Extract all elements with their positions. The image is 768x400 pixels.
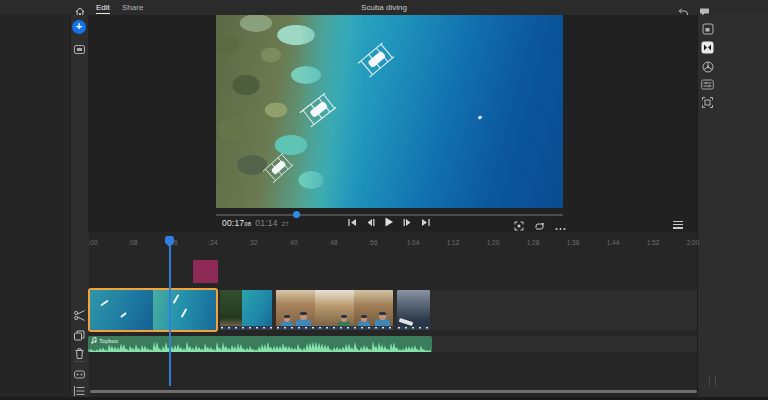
timeline-zoom-control[interactable] bbox=[709, 372, 721, 383]
video-clip-4[interactable] bbox=[397, 290, 430, 330]
reef-texture bbox=[216, 15, 366, 208]
frame-forward-button[interactable] bbox=[403, 218, 412, 227]
delete-tool-icon[interactable] bbox=[73, 346, 86, 359]
clip-name-strip bbox=[276, 326, 393, 330]
swimmer-dot bbox=[478, 115, 483, 120]
ruler-label: :32 bbox=[238, 239, 268, 246]
timecode-current-frames: 08 bbox=[244, 221, 251, 227]
toolbar-divider bbox=[74, 361, 85, 362]
ruler-label: 1:36 bbox=[558, 239, 588, 246]
crop-rotate-panel-button[interactable] bbox=[701, 96, 714, 109]
scrub-bar[interactable] bbox=[216, 213, 563, 216]
ruler-label: :56 bbox=[358, 239, 388, 246]
color-panel-button[interactable] bbox=[701, 60, 714, 73]
play-button[interactable] bbox=[384, 217, 394, 227]
project-title: Scuba diving bbox=[0, 0, 768, 15]
scrub-track bbox=[216, 214, 563, 216]
previous-edit-button[interactable] bbox=[348, 218, 357, 227]
audio-clip-label: Toybox bbox=[91, 337, 118, 344]
timeline-menu-icon[interactable] bbox=[673, 219, 683, 227]
ruler-label: 2:00 bbox=[678, 239, 708, 246]
timecode-display: 00:170801:1427 bbox=[222, 218, 289, 228]
clip-name-strip bbox=[220, 326, 272, 330]
frame-back-button[interactable] bbox=[366, 218, 375, 227]
audio-clip[interactable]: Toybox bbox=[88, 336, 432, 352]
transport-controls bbox=[348, 217, 430, 227]
ruler-label: 1:04 bbox=[398, 239, 428, 246]
horizontal-scrollbar[interactable] bbox=[90, 390, 697, 393]
video-preview bbox=[216, 15, 563, 208]
ruler-label: :08 bbox=[118, 239, 148, 246]
video-clip-3[interactable] bbox=[276, 290, 393, 330]
media-browser-icon[interactable] bbox=[74, 40, 85, 58]
left-toolbar bbox=[70, 15, 89, 400]
premiere-rush-window: Edit Share Scuba diving + bbox=[0, 0, 768, 400]
video-clip-2[interactable] bbox=[220, 290, 272, 330]
split-tool-icon[interactable] bbox=[73, 308, 86, 321]
ruler-label: 1:44 bbox=[598, 239, 628, 246]
voiceover-tool-icon[interactable] bbox=[73, 366, 86, 379]
clip-name-strip bbox=[397, 326, 430, 330]
timecode-total: 01:14 bbox=[255, 218, 277, 228]
title-graphic-clip[interactable] bbox=[193, 260, 218, 283]
timeline-ruler[interactable]: :00 :08 :16 :24 :32 :40 :48 :56 1:04 1:1… bbox=[0, 233, 697, 255]
ruler-label: :24 bbox=[198, 239, 228, 246]
right-panel-rail bbox=[697, 15, 768, 400]
ruler-label: :48 bbox=[318, 239, 348, 246]
duplicate-tool-icon[interactable] bbox=[73, 328, 86, 341]
ruler-label: :40 bbox=[278, 239, 308, 246]
audio-panel-button[interactable] bbox=[701, 78, 714, 91]
next-edit-button[interactable] bbox=[421, 218, 430, 227]
add-media-button[interactable]: + bbox=[72, 20, 86, 34]
timecode-total-frames: 27 bbox=[282, 221, 289, 227]
preview-monitor bbox=[88, 15, 697, 232]
ruler-label: 1:52 bbox=[638, 239, 668, 246]
video-clip-1[interactable] bbox=[90, 290, 216, 330]
top-bar: Edit Share Scuba diving bbox=[0, 0, 768, 15]
scrub-thumb[interactable] bbox=[293, 211, 300, 218]
ruler-label: :00 bbox=[78, 239, 108, 246]
ruler-label: 1:20 bbox=[478, 239, 508, 246]
playhead-line bbox=[169, 246, 171, 386]
graphics-panel-button[interactable] bbox=[701, 22, 714, 35]
track-controls-tool-icon[interactable] bbox=[73, 383, 86, 396]
audio-waveform bbox=[88, 336, 432, 352]
music-note-icon bbox=[91, 337, 97, 344]
ruler-label: 1:12 bbox=[438, 239, 468, 246]
transitions-panel-button[interactable] bbox=[701, 41, 714, 54]
left-panel-area bbox=[0, 15, 70, 400]
ruler-label: 1:28 bbox=[518, 239, 548, 246]
timecode-current: 00:17 bbox=[222, 218, 244, 228]
